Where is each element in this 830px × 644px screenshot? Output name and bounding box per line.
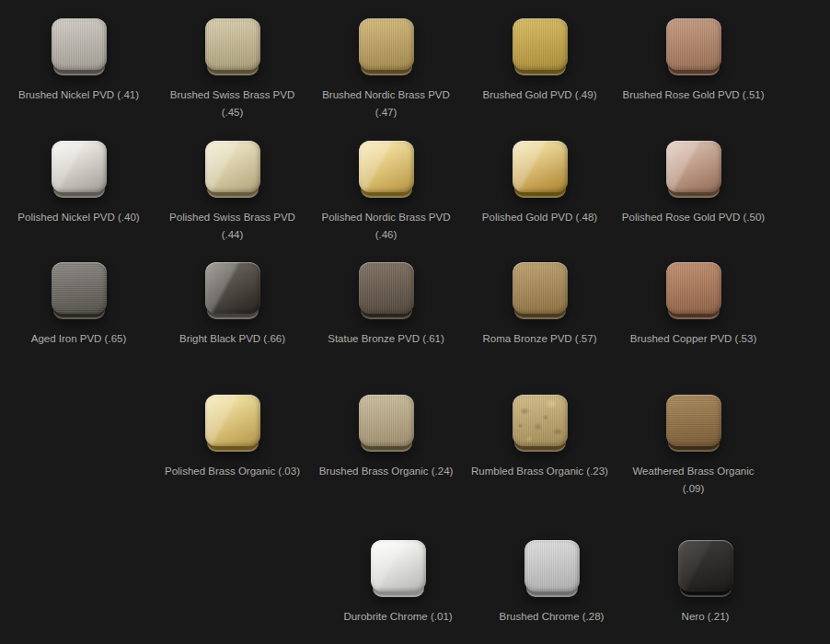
swatch-face <box>525 540 580 592</box>
swatch-face <box>359 141 414 192</box>
finish-label: Statue Bronze PVD (.61) <box>328 330 444 348</box>
swatch-face <box>205 262 260 314</box>
swatch-face <box>359 262 414 314</box>
swatch-face <box>513 395 568 446</box>
finish-label: Bright Black PVD (.66) <box>179 330 285 348</box>
swatch-face <box>205 395 260 446</box>
swatch-face <box>371 540 426 592</box>
finish-option[interactable]: Polished Brass Organic (.03) <box>156 395 309 498</box>
finish-option[interactable]: Bright Black PVD (.66) <box>156 262 309 348</box>
finish-label: Brushed Rose Gold PVD (.51) <box>622 86 764 104</box>
swatch-face <box>513 18 568 70</box>
finish-label: Nero (.21) <box>682 608 730 626</box>
finish-option[interactable]: Brushed Nickel PVD (.41) <box>2 18 156 121</box>
finish-swatch <box>359 141 414 198</box>
finish-option[interactable]: Durobrite Chrome (.01) <box>321 540 475 626</box>
finish-label: Polished Gold PVD (.48) <box>482 209 597 226</box>
swatch-face <box>513 141 568 192</box>
finish-option[interactable]: Polished Nordic Brass PVD (.46) <box>309 141 463 244</box>
finish-swatch <box>525 540 580 597</box>
swatch-face <box>359 18 414 70</box>
finish-label: Brushed Copper PVD (.53) <box>630 330 756 348</box>
finish-option[interactable]: Rumbled Brass Organic (.23) <box>463 395 617 498</box>
swatch-face <box>666 141 721 192</box>
finish-swatch <box>513 141 568 198</box>
finish-label: Polished Brass Organic (.03) <box>165 463 300 480</box>
finish-swatch <box>359 262 414 319</box>
swatch-face <box>666 395 721 446</box>
finish-label: Brushed Brass Organic (.24) <box>319 463 454 480</box>
finish-option[interactable]: Brushed Rose Gold PVD (.51) <box>617 18 770 121</box>
swatch-face <box>52 262 107 314</box>
finish-option[interactable]: Aged Iron PVD (.65) <box>2 262 156 348</box>
finish-option[interactable]: Statue Bronze PVD (.61) <box>309 262 463 348</box>
finish-picker-grid: Brushed Nickel PVD (.41) Brushed Swiss B… <box>0 18 830 626</box>
finish-label: Brushed Nickel PVD (.41) <box>18 86 139 104</box>
finish-label: Brushed Chrome (.28) <box>500 608 605 626</box>
finish-swatch <box>678 540 733 597</box>
finish-label: Polished Nickel PVD (.40) <box>17 209 139 226</box>
finish-label: Polished Swiss Brass PVD (.44) <box>161 209 304 244</box>
finish-option[interactable]: Brushed Nordic Brass PVD (.47) <box>309 18 463 121</box>
finish-option[interactable]: Polished Swiss Brass PVD (.44) <box>156 141 309 244</box>
finish-option[interactable]: Roma Bronze PVD (.57) <box>463 262 617 348</box>
finish-row-polished-pvd: Polished Nickel PVD (.40) Polished Swiss… <box>2 141 830 244</box>
finish-option[interactable]: Polished Gold PVD (.48) <box>463 141 617 244</box>
swatch-face <box>678 540 733 592</box>
finish-option[interactable]: Nero (.21) <box>628 540 782 626</box>
finish-label: Durobrite Chrome (.01) <box>343 608 452 626</box>
swatch-face <box>666 262 721 314</box>
finish-row-organic: Polished Brass Organic (.03) Brushed Bra… <box>156 395 830 498</box>
finish-option[interactable]: Brushed Gold PVD (.49) <box>463 18 617 121</box>
finish-swatch <box>205 18 260 75</box>
finish-swatch <box>205 262 260 319</box>
finish-option[interactable]: Weathered Brass Organic (.09) <box>617 395 770 498</box>
swatch-face <box>513 262 568 314</box>
finish-swatch <box>52 18 107 75</box>
swatch-face <box>205 141 260 192</box>
finish-swatch <box>371 540 426 597</box>
finish-option[interactable]: Polished Nickel PVD (.40) <box>2 141 156 244</box>
swatch-face <box>359 395 414 446</box>
finish-swatch <box>513 262 568 319</box>
finish-label: Brushed Swiss Brass PVD (.45) <box>161 86 304 121</box>
finish-option[interactable]: Brushed Brass Organic (.24) <box>309 395 463 498</box>
finish-option[interactable]: Brushed Copper PVD (.53) <box>617 262 770 348</box>
finish-swatch <box>205 141 260 198</box>
finish-label: Polished Nordic Brass PVD (.46) <box>315 209 457 244</box>
finish-label: Brushed Gold PVD (.49) <box>482 86 596 104</box>
finish-row-brushed-pvd: Brushed Nickel PVD (.41) Brushed Swiss B… <box>2 18 830 121</box>
finish-swatch <box>666 262 721 319</box>
finish-swatch <box>205 395 260 452</box>
finish-swatch <box>513 395 568 452</box>
finish-swatch <box>513 18 568 75</box>
finish-label: Rumbled Brass Organic (.23) <box>471 463 608 480</box>
swatch-face <box>205 18 260 70</box>
finish-label: Brushed Nordic Brass PVD (.47) <box>315 86 457 121</box>
finish-row-chrome: Durobrite Chrome (.01) Brushed Chrome (.… <box>321 540 830 626</box>
swatch-face <box>52 141 107 192</box>
finish-swatch <box>52 262 107 319</box>
finish-swatch <box>666 141 721 198</box>
finish-label: Roma Bronze PVD (.57) <box>483 330 597 348</box>
finish-option[interactable]: Brushed Chrome (.28) <box>475 540 628 626</box>
finish-swatch <box>359 395 414 452</box>
swatch-face <box>52 18 107 70</box>
finish-label: Polished Rose Gold PVD (.50) <box>622 209 765 226</box>
finish-option[interactable]: Brushed Swiss Brass PVD (.45) <box>156 18 309 121</box>
finish-swatch <box>359 18 414 75</box>
finish-label: Aged Iron PVD (.65) <box>31 330 127 348</box>
swatch-face <box>666 18 721 70</box>
finish-row-dark-pvd: Aged Iron PVD (.65) Bright Black PVD (.6… <box>2 262 830 348</box>
finish-swatch <box>666 18 721 75</box>
finish-swatch <box>52 141 107 198</box>
finish-option[interactable]: Polished Rose Gold PVD (.50) <box>617 141 770 244</box>
finish-label: Weathered Brass Organic (.09) <box>622 463 765 498</box>
finish-swatch <box>666 395 721 452</box>
